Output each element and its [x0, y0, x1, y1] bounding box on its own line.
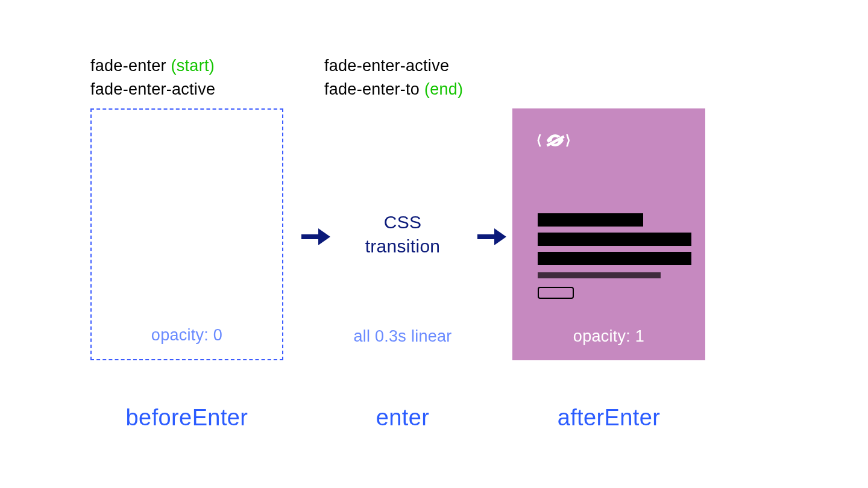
mock-button: [538, 287, 574, 299]
after-enter-card: ⟨ ⟩ opacity: 1: [512, 108, 705, 360]
svg-marker-6: [318, 228, 330, 245]
arrow-icon: [300, 226, 330, 248]
middle-class-paren: (end): [424, 80, 463, 98]
left-class-line-2: fade-enter-active: [90, 78, 283, 101]
mock-bar: [538, 213, 643, 227]
left-class-line-1: fade-enter (start): [90, 54, 283, 78]
middle-class-text: fade-enter-to: [324, 80, 424, 98]
middle-class-line-1: fade-enter-active: [324, 54, 481, 78]
arrow-icon: [476, 226, 506, 248]
left-class-paren: (start): [171, 57, 215, 75]
dashed-card: opacity: 0: [90, 108, 283, 360]
hook-enter: enter: [324, 405, 481, 431]
right-opacity-label: opacity: 1: [512, 327, 705, 346]
mock-bar: [538, 233, 691, 246]
left-class-text: fade-enter: [90, 57, 171, 75]
mock-thinbar: [538, 272, 661, 278]
diagram-root: fade-enter (start) fade-enter-active fad…: [0, 0, 868, 488]
mock-content: [538, 213, 687, 299]
svg-marker-8: [494, 228, 506, 245]
hook-after-enter: afterEnter: [512, 405, 705, 431]
middle-class-line-2: fade-enter-to (end): [324, 78, 481, 101]
svg-text:⟨: ⟨: [536, 133, 542, 148]
svg-text:⟩: ⟩: [565, 133, 571, 148]
hidden-eye-icon: ⟨ ⟩: [536, 130, 574, 153]
before-enter-card: opacity: 0: [90, 108, 283, 360]
middle-block: CSS transition all 0.3s linear: [324, 108, 481, 360]
left-classes-block: fade-enter (start) fade-enter-active: [90, 54, 283, 101]
css-transition-label: CSS transition: [365, 210, 441, 259]
purple-card: ⟨ ⟩ opacity: 1: [512, 108, 705, 360]
hook-before-enter: beforeEnter: [90, 405, 283, 431]
left-opacity-label: opacity: 0: [92, 326, 282, 345]
middle-classes-block: fade-enter-active fade-enter-to (end): [324, 54, 481, 101]
mock-bar: [538, 252, 691, 265]
middle-caption: all 0.3s linear: [353, 327, 451, 346]
